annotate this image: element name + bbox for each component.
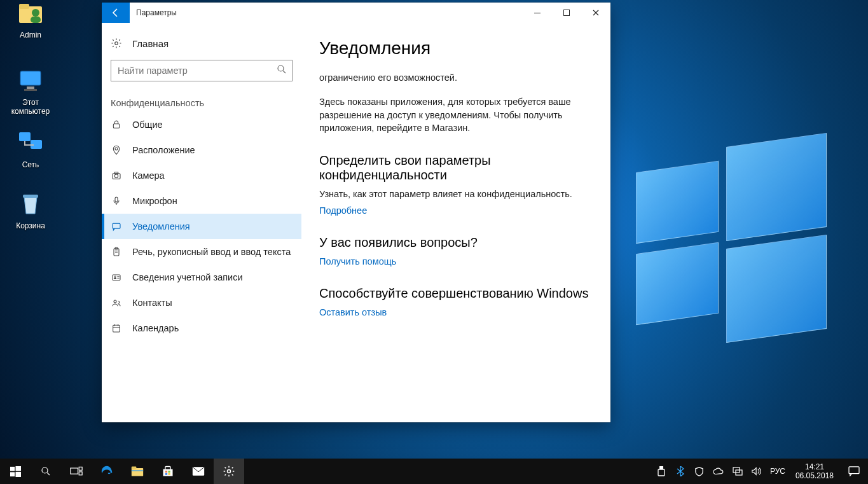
- taskbar-task-view[interactable]: [61, 459, 92, 484]
- taskbar-file-explorer[interactable]: [122, 459, 153, 484]
- sidebar-item-microphone[interactable]: Микрофон: [102, 188, 301, 214]
- svg-rect-28: [15, 466, 21, 471]
- svg-rect-32: [71, 468, 78, 474]
- svg-rect-6: [24, 89, 37, 91]
- user-folder-icon: [15, 0, 46, 28]
- svg-rect-7: [19, 132, 31, 141]
- sidebar-item-label: Календарь: [132, 323, 293, 333]
- windows-logo-wallpaper: [636, 140, 827, 331]
- sidebar-item-calendar[interactable]: Календарь: [102, 315, 301, 341]
- taskbar-settings[interactable]: [214, 459, 244, 484]
- content-pane[interactable]: Уведомления ограничению его возможностей…: [301, 23, 610, 422]
- svg-rect-23: [113, 275, 120, 280]
- svg-rect-1: [19, 4, 29, 9]
- desktop: Admin Этот компьютер Сеть Корзина Параме…: [0, 0, 868, 484]
- tray-bluetooth-icon[interactable]: [671, 466, 690, 476]
- sidebar-item-camera[interactable]: Камера: [102, 163, 301, 188]
- svg-rect-20: [113, 223, 120, 228]
- tray-action-center[interactable]: [840, 466, 868, 476]
- search-icon: [276, 64, 287, 75]
- tray-clock[interactable]: 14:21 06.05.2018: [789, 462, 840, 481]
- svg-point-13: [278, 66, 284, 71]
- start-button[interactable]: [0, 459, 31, 484]
- svg-rect-29: [10, 472, 15, 476]
- svg-rect-18: [114, 172, 118, 174]
- contacts-icon: [111, 297, 122, 308]
- sidebar-item-label: Контакты: [132, 298, 293, 308]
- calendar-icon: [111, 322, 122, 334]
- svg-rect-4: [20, 71, 41, 85]
- settings-window: Параметры Главная: [102, 3, 610, 422]
- svg-rect-5: [27, 86, 34, 89]
- desktop-icon-label: Этот компьютер: [6, 98, 55, 116]
- maximize-button[interactable]: [552, 3, 581, 23]
- taskbar: РУС 14:21 06.05.2018: [0, 459, 868, 484]
- close-button[interactable]: [581, 3, 610, 23]
- desktop-icon-this-pc[interactable]: Этот компьютер: [6, 65, 55, 116]
- minimize-button[interactable]: [523, 3, 552, 23]
- tray-network-icon[interactable]: [728, 467, 747, 476]
- taskbar-store[interactable]: [153, 459, 183, 484]
- tray-defender-icon[interactable]: [690, 467, 709, 476]
- lock-icon: [111, 119, 122, 130]
- desktop-icon-label: Корзина: [6, 221, 55, 230]
- svg-point-15: [115, 148, 118, 150]
- svg-rect-9: [23, 195, 38, 198]
- tray-usb-icon[interactable]: [652, 466, 671, 476]
- sidebar-item-speech[interactable]: Речь, рукописный ввод и ввод текста: [102, 239, 301, 265]
- svg-rect-39: [165, 471, 167, 473]
- search-field[interactable]: [111, 60, 293, 81]
- svg-point-24: [114, 276, 116, 278]
- sidebar-item-label: Речь, рукописный ввод и ввод текста: [132, 247, 293, 257]
- svg-rect-42: [168, 473, 170, 475]
- id-card-icon: [111, 272, 122, 283]
- back-button[interactable]: [102, 3, 130, 23]
- svg-rect-27: [10, 466, 15, 471]
- sidebar-home[interactable]: Главная: [102, 31, 301, 56]
- sidebar: Главная Конфиденциальность Общие Располо…: [102, 23, 301, 422]
- svg-rect-33: [79, 467, 82, 470]
- camera-icon: [111, 170, 122, 181]
- desktop-icon-label: Сеть: [6, 160, 55, 169]
- sidebar-item-label: Камера: [132, 170, 293, 181]
- feedback-link[interactable]: Оставить отзыв: [319, 307, 387, 317]
- svg-rect-46: [658, 469, 665, 476]
- network-icon: [15, 127, 46, 158]
- titlebar[interactable]: Параметры: [102, 3, 610, 23]
- svg-rect-11: [564, 10, 570, 16]
- svg-rect-14: [113, 124, 119, 128]
- get-help-link[interactable]: Получить помощь: [319, 256, 396, 266]
- location-icon: [111, 144, 122, 156]
- sidebar-item-label: Микрофон: [132, 196, 293, 206]
- pc-icon: [15, 65, 46, 95]
- microphone-icon: [111, 195, 122, 207]
- tray-onedrive-icon[interactable]: [709, 467, 728, 475]
- sidebar-item-account[interactable]: Сведения учетной записи: [102, 265, 301, 290]
- sidebar-item-general[interactable]: Общие: [102, 112, 301, 137]
- page-heading: Уведомления: [319, 38, 593, 59]
- sidebar-section-label: Конфиденциальность: [102, 90, 301, 112]
- desktop-icon-admin[interactable]: Admin: [6, 0, 55, 39]
- tray-volume-icon[interactable]: [747, 467, 766, 476]
- svg-rect-45: [659, 466, 663, 469]
- svg-rect-3: [31, 17, 41, 23]
- sidebar-item-label: Расположение: [132, 145, 293, 155]
- sidebar-item-notifications[interactable]: Уведомления: [102, 214, 301, 239]
- tray-time: 14:21: [796, 462, 834, 471]
- taskbar-mail[interactable]: [183, 459, 214, 484]
- search-input[interactable]: [111, 60, 293, 81]
- sidebar-item-contacts[interactable]: Контакты: [102, 290, 301, 315]
- sidebar-item-location[interactable]: Расположение: [102, 137, 301, 163]
- taskbar-edge[interactable]: [92, 459, 122, 484]
- svg-rect-40: [168, 471, 170, 473]
- learn-more-link[interactable]: Подробнее: [319, 205, 367, 216]
- svg-point-44: [228, 470, 231, 473]
- svg-rect-10: [534, 13, 541, 13]
- gear-icon: [111, 38, 122, 49]
- notification-icon: [111, 221, 122, 232]
- tray-language[interactable]: РУС: [766, 467, 789, 476]
- desktop-icon-recycle-bin[interactable]: Корзина: [6, 188, 55, 230]
- tray-date: 06.05.2018: [796, 471, 834, 480]
- taskbar-search[interactable]: [31, 459, 61, 484]
- desktop-icon-network[interactable]: Сеть: [6, 127, 55, 169]
